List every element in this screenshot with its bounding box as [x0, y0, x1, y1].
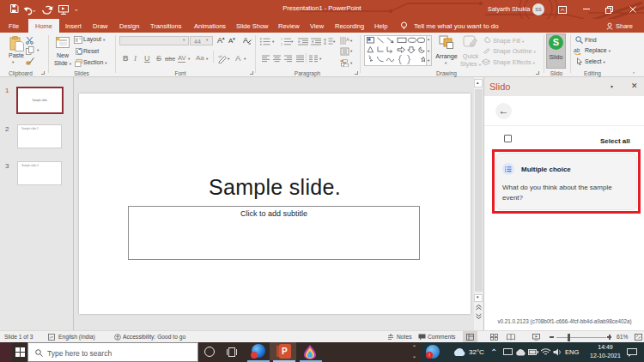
- svg-text:A: A: [346, 37, 349, 42]
- svg-text:A: A: [243, 36, 248, 45]
- svg-text:ab: ab: [574, 47, 580, 53]
- svg-text:1: 1: [281, 38, 283, 41]
- svg-text:ab: ab: [218, 54, 222, 58]
- svg-text:2: 2: [281, 43, 283, 45]
